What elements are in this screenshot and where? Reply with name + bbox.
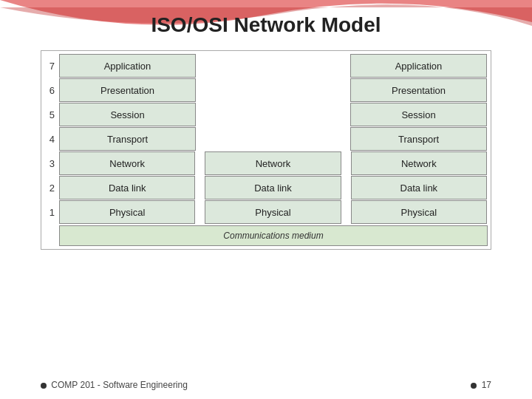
diagram-area: 7ApplicationApplication6PresentationPres…	[41, 50, 491, 250]
layer-left-6: Presentation	[59, 78, 196, 102]
footer-left: COMP 201 - Software Engineering	[41, 380, 188, 390]
layer-num-6: 6	[44, 85, 59, 96]
osi-diagram: 7ApplicationApplication6PresentationPres…	[41, 50, 491, 250]
layer-right-7: Application	[350, 54, 487, 78]
layer-left-5: Session	[59, 103, 196, 126]
footer-right: 17	[471, 380, 491, 390]
layer-num-3: 3	[44, 158, 59, 169]
osi-layer-row-5: 5SessionSession	[44, 103, 488, 126]
footer-left-text: COMP 201 - Software Engineering	[51, 380, 188, 390]
layer-mid-empty-7	[205, 54, 341, 78]
comm-medium-box: Communications medium	[59, 225, 488, 246]
layer-left-7: Application	[59, 54, 196, 78]
osi-layer-row-4: 4TransportTransport	[44, 127, 488, 151]
layer-mid-2: Data link	[205, 176, 341, 200]
layer-num-1: 1	[44, 207, 59, 218]
osi-rows-container: 7ApplicationApplication6PresentationPres…	[44, 54, 488, 224]
osi-layer-row-3: 3NetworkNetworkNetwork	[44, 151, 488, 175]
bullet-right	[471, 383, 477, 389]
layer-mid-empty-6	[205, 78, 341, 102]
page-title: ISO/OSI Network Model	[0, 13, 532, 37]
layer-right-2: Data link	[351, 176, 487, 200]
layer-right-3: Network	[351, 151, 487, 175]
footer-right-text: 17	[482, 380, 491, 390]
layer-num-5: 5	[44, 109, 59, 120]
layer-left-3: Network	[59, 151, 195, 175]
layer-right-1: Physical	[351, 200, 487, 224]
layer-left-4: Transport	[59, 127, 196, 151]
osi-layer-row-7: 7ApplicationApplication	[44, 54, 488, 78]
layer-right-4: Transport	[350, 127, 487, 151]
layer-mid-empty-4	[205, 127, 341, 151]
layer-left-1: Physical	[59, 200, 195, 224]
layer-mid-1: Physical	[205, 200, 341, 224]
layer-right-6: Presentation	[350, 78, 487, 102]
osi-layer-row-2: 2Data linkData linkData link	[44, 176, 488, 200]
osi-layer-row-6: 6PresentationPresentation	[44, 78, 488, 102]
layer-num-4: 4	[44, 134, 59, 145]
comm-medium-row: Communications medium	[44, 225, 488, 246]
osi-layer-row-1: 1PhysicalPhysicalPhysical	[44, 200, 488, 224]
layer-num-2: 2	[44, 183, 59, 194]
bullet-left	[41, 383, 47, 389]
layer-left-2: Data link	[59, 176, 195, 200]
layer-mid-3: Network	[205, 151, 341, 175]
layer-num-7: 7	[44, 61, 59, 72]
layer-right-5: Session	[350, 103, 487, 126]
layer-mid-empty-5	[205, 103, 341, 126]
